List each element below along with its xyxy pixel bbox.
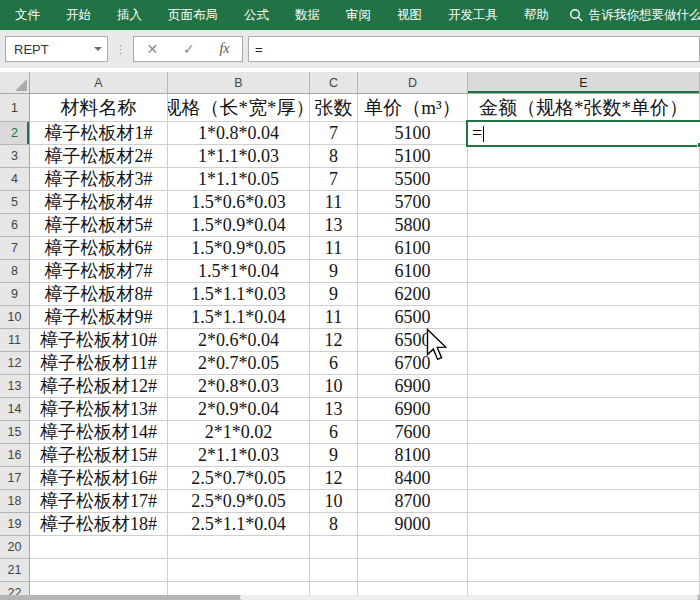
ribbon-tab-view[interactable]: 视图 bbox=[397, 0, 422, 30]
cell-A5[interactable]: 樟子松板材4# bbox=[30, 191, 168, 214]
cell-E15[interactable] bbox=[468, 421, 700, 444]
confirm-icon[interactable]: ✓ bbox=[183, 41, 195, 57]
cell-D9[interactable]: 6200 bbox=[358, 283, 468, 306]
row-header-8[interactable]: 8 bbox=[0, 260, 30, 283]
cell-A2[interactable]: 樟子松板材1# bbox=[30, 122, 168, 145]
cell-C16[interactable]: 9 bbox=[310, 444, 358, 467]
cell-B6[interactable]: 1.5*0.9*0.04 bbox=[168, 214, 310, 237]
cell-A1[interactable]: 材料名称 bbox=[30, 94, 168, 122]
cell-B5[interactable]: 1.5*0.6*0.03 bbox=[168, 191, 310, 214]
cell-C1[interactable]: 张数 bbox=[310, 94, 358, 122]
horizontal-scrollbar[interactable] bbox=[0, 595, 700, 600]
cell-D21[interactable] bbox=[358, 559, 468, 582]
cell-A11[interactable]: 樟子松板材10# bbox=[30, 329, 168, 352]
cell-A21[interactable] bbox=[30, 559, 168, 582]
cell-D12[interactable]: 6700 bbox=[358, 352, 468, 375]
select-all-button[interactable] bbox=[0, 72, 30, 94]
cell-D14[interactable]: 6900 bbox=[358, 398, 468, 421]
row-header-5[interactable]: 5 bbox=[0, 191, 30, 214]
column-header-A[interactable]: A bbox=[30, 72, 168, 94]
active-cell-editor[interactable]: = bbox=[466, 120, 700, 147]
ribbon-tab-insert[interactable]: 插入 bbox=[117, 0, 142, 30]
row-header-20[interactable]: 20 bbox=[0, 536, 30, 559]
ribbon-tab-data[interactable]: 数据 bbox=[295, 0, 320, 30]
cell-A4[interactable]: 樟子松板材3# bbox=[30, 168, 168, 191]
cell-D16[interactable]: 8100 bbox=[358, 444, 468, 467]
cell-E18[interactable] bbox=[468, 490, 700, 513]
cell-C7[interactable]: 11 bbox=[310, 237, 358, 260]
cell-B21[interactable] bbox=[168, 559, 310, 582]
row-header-14[interactable]: 14 bbox=[0, 398, 30, 421]
row-header-18[interactable]: 18 bbox=[0, 490, 30, 513]
cell-E9[interactable] bbox=[468, 283, 700, 306]
cell-A13[interactable]: 樟子松板材12# bbox=[30, 375, 168, 398]
ribbon-tab-home[interactable]: 开始 bbox=[66, 0, 91, 30]
cell-E21[interactable] bbox=[468, 559, 700, 582]
cell-C19[interactable]: 8 bbox=[310, 513, 358, 536]
row-header-3[interactable]: 3 bbox=[0, 145, 30, 168]
cell-A6[interactable]: 樟子松板材5# bbox=[30, 214, 168, 237]
cell-A14[interactable]: 樟子松板材13# bbox=[30, 398, 168, 421]
cell-C15[interactable]: 6 bbox=[310, 421, 358, 444]
ribbon-tab-developer[interactable]: 开发工具 bbox=[448, 0, 498, 30]
row-header-16[interactable]: 16 bbox=[0, 444, 30, 467]
cell-B3[interactable]: 1*1.1*0.03 bbox=[168, 145, 310, 168]
column-header-E[interactable]: E bbox=[468, 72, 700, 94]
cell-C21[interactable] bbox=[310, 559, 358, 582]
cell-C20[interactable] bbox=[310, 536, 358, 559]
name-box[interactable]: REPT bbox=[5, 36, 108, 62]
cell-A16[interactable]: 樟子松板材15# bbox=[30, 444, 168, 467]
row-header-15[interactable]: 15 bbox=[0, 421, 30, 444]
cell-D6[interactable]: 5800 bbox=[358, 214, 468, 237]
cell-C11[interactable]: 12 bbox=[310, 329, 358, 352]
cell-C6[interactable]: 13 bbox=[310, 214, 358, 237]
cell-A3[interactable]: 樟子松板材2# bbox=[30, 145, 168, 168]
cell-C3[interactable]: 8 bbox=[310, 145, 358, 168]
row-header-9[interactable]: 9 bbox=[0, 283, 30, 306]
cell-B20[interactable] bbox=[168, 536, 310, 559]
cell-C2[interactable]: 7 bbox=[310, 122, 358, 145]
cell-D10[interactable]: 6500 bbox=[358, 306, 468, 329]
cell-B16[interactable]: 2*1.1*0.03 bbox=[168, 444, 310, 467]
cell-A17[interactable]: 樟子松板材16# bbox=[30, 467, 168, 490]
row-header-13[interactable]: 13 bbox=[0, 375, 30, 398]
row-header-10[interactable]: 10 bbox=[0, 306, 30, 329]
cell-E10[interactable] bbox=[468, 306, 700, 329]
cell-E6[interactable] bbox=[468, 214, 700, 237]
cell-B15[interactable]: 2*1*0.02 bbox=[168, 421, 310, 444]
cell-D4[interactable]: 5500 bbox=[358, 168, 468, 191]
cell-E16[interactable] bbox=[468, 444, 700, 467]
column-header-C[interactable]: C bbox=[310, 72, 358, 94]
row-header-17[interactable]: 17 bbox=[0, 467, 30, 490]
cell-E5[interactable] bbox=[468, 191, 700, 214]
cell-B17[interactable]: 2.5*0.7*0.05 bbox=[168, 467, 310, 490]
cell-B13[interactable]: 2*0.8*0.03 bbox=[168, 375, 310, 398]
cell-E3[interactable] bbox=[468, 145, 700, 168]
cell-A8[interactable]: 樟子松板材7# bbox=[30, 260, 168, 283]
cell-B1[interactable]: 规格（长*宽*厚） bbox=[168, 94, 310, 122]
ribbon-tab-review[interactable]: 审阅 bbox=[346, 0, 371, 30]
cell-E1[interactable]: 金额（规格*张数*单价） bbox=[468, 94, 700, 122]
cell-D17[interactable]: 8400 bbox=[358, 467, 468, 490]
cell-D2[interactable]: 5100 bbox=[358, 122, 468, 145]
cell-C12[interactable]: 6 bbox=[310, 352, 358, 375]
cell-B4[interactable]: 1*1.1*0.05 bbox=[168, 168, 310, 191]
formula-input[interactable]: = bbox=[248, 36, 700, 62]
cell-A12[interactable]: 樟子松板材11# bbox=[30, 352, 168, 375]
cell-D15[interactable]: 7600 bbox=[358, 421, 468, 444]
cell-B11[interactable]: 2*0.6*0.04 bbox=[168, 329, 310, 352]
cell-C8[interactable]: 9 bbox=[310, 260, 358, 283]
cell-D5[interactable]: 5700 bbox=[358, 191, 468, 214]
cell-C18[interactable]: 10 bbox=[310, 490, 358, 513]
row-header-12[interactable]: 12 bbox=[0, 352, 30, 375]
cell-D8[interactable]: 6100 bbox=[358, 260, 468, 283]
cell-E19[interactable] bbox=[468, 513, 700, 536]
cell-B9[interactable]: 1.5*1.1*0.03 bbox=[168, 283, 310, 306]
row-header-6[interactable]: 6 bbox=[0, 214, 30, 237]
ribbon-tab-help[interactable]: 帮助 bbox=[524, 0, 549, 30]
cell-C9[interactable]: 9 bbox=[310, 283, 358, 306]
column-header-B[interactable]: B bbox=[168, 72, 310, 94]
row-header-2[interactable]: 2 bbox=[0, 122, 30, 145]
cell-B14[interactable]: 2*0.9*0.04 bbox=[168, 398, 310, 421]
cancel-icon[interactable]: ✕ bbox=[146, 41, 158, 57]
